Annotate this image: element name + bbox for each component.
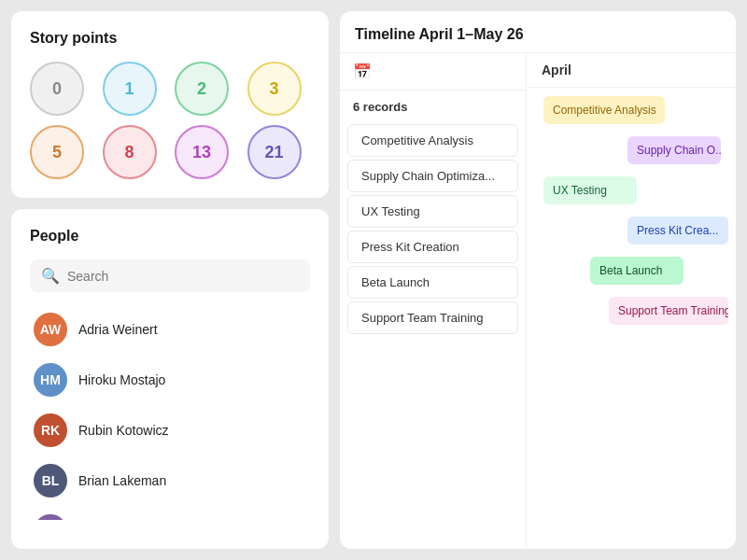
avatar: RK [34, 413, 67, 447]
record-item[interactable]: Support Team Training [347, 301, 518, 334]
story-point-circle[interactable]: 3 [247, 62, 302, 116]
people-card: People 🔍 AWAdria WeinertHMHiroku Mostajo… [11, 209, 329, 549]
avatar: HM [34, 363, 67, 397]
records-column: 📅 6 records Competitive AnalysisSupply C… [340, 53, 527, 549]
timeline-title: Timeline April 1–May 26 [340, 11, 736, 53]
story-point-circle[interactable]: 2 [175, 62, 229, 116]
records-column-header: 📅 [340, 53, 526, 91]
person-row[interactable]: BLBrian Lakeman [30, 456, 310, 505]
person-name: Brian Lakeman [78, 473, 166, 488]
story-point-circle[interactable]: 5 [30, 125, 84, 179]
story-point-circle[interactable]: 8 [103, 125, 157, 179]
person-name: Hiroku Mostajo [78, 372, 165, 387]
gantt-row: Press Kit Crea... [534, 212, 728, 249]
record-item[interactable]: UX Testing [347, 195, 518, 228]
left-panel: Story points 0123581321 People 🔍 AWAdria… [11, 11, 329, 549]
gantt-row: Support Team Training [534, 292, 728, 329]
gantt-bar[interactable]: Competitive Analysis [543, 96, 665, 124]
gantt-month-header: April [527, 53, 736, 88]
gantt-bar[interactable]: Beta Launch [590, 257, 684, 285]
person-row[interactable]: AWAdria Weinert [30, 305, 310, 354]
story-point-circle[interactable]: 13 [175, 125, 229, 179]
person-name: Adria Weinert [78, 322, 158, 337]
story-points-grid: 0123581321 [30, 62, 310, 179]
gantt-row: Beta Launch [534, 252, 728, 289]
gantt-bar[interactable]: Support Team Training [609, 297, 728, 325]
avatar: DG [34, 514, 67, 520]
gantt-row: Supply Chain O... [534, 132, 728, 169]
calendar-icon: 📅 [353, 63, 372, 80]
people-list: AWAdria WeinertHMHiroku MostajoRKRubin K… [30, 305, 310, 520]
search-input[interactable] [67, 269, 299, 284]
person-row[interactable]: RKRubin Kotowicz [30, 406, 310, 455]
story-points-card: Story points 0123581321 [11, 11, 329, 198]
gantt-row: Competitive Analysis [534, 91, 728, 129]
record-item[interactable]: Press Kit Creation [347, 231, 518, 263]
people-title: People [30, 228, 310, 245]
record-item[interactable]: Competitive Analysis [347, 124, 518, 157]
timeline-body: 📅 6 records Competitive AnalysisSupply C… [340, 53, 736, 549]
records-count: 6 records [340, 91, 526, 121]
person-row[interactable]: HMHiroku Mostajo [30, 356, 310, 404]
gantt-bar[interactable]: UX Testing [543, 176, 637, 204]
story-point-circle[interactable]: 1 [103, 62, 157, 116]
gantt-bars: Competitive AnalysisSupply Chain O...UX … [527, 88, 736, 333]
story-point-circle[interactable]: 21 [247, 125, 302, 179]
search-box[interactable]: 🔍 [30, 259, 310, 292]
story-point-circle[interactable]: 0 [30, 62, 84, 116]
avatar: AW [34, 313, 67, 346]
month-label: April [527, 63, 571, 77]
records-list: Competitive AnalysisSupply Chain Optimiz… [340, 124, 526, 334]
story-points-title: Story points [30, 30, 310, 47]
gantt-bar[interactable]: Press Kit Crea... [627, 217, 728, 245]
gantt-bar[interactable]: Supply Chain O... [627, 136, 721, 164]
person-name: Rubin Kotowicz [78, 423, 169, 438]
record-item[interactable]: Supply Chain Optimiza... [347, 160, 518, 192]
avatar: BL [34, 464, 67, 497]
gantt-row: UX Testing [534, 172, 728, 209]
gantt-area: April Competitive AnalysisSupply Chain O… [527, 53, 736, 549]
search-icon: 🔍 [41, 267, 60, 285]
person-row[interactable]: DGDeedee Graubart [30, 507, 310, 520]
people-list-wrapper: AWAdria WeinertHMHiroku MostajoRKRubin K… [30, 305, 310, 520]
record-item[interactable]: Beta Launch [347, 266, 518, 299]
timeline-panel: Timeline April 1–May 26 📅 6 records Comp… [340, 11, 736, 549]
